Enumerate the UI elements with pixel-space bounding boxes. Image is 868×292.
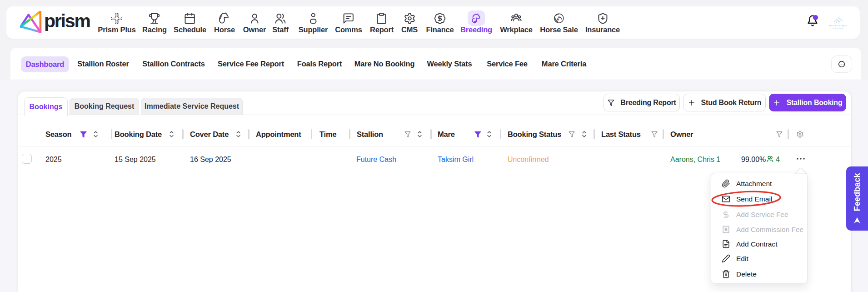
svg-text:SHIPLEY STABLE: SHIPLEY STABLE <box>829 25 848 27</box>
svg-text:HORSE FARM: HORSE FARM <box>833 28 843 30</box>
